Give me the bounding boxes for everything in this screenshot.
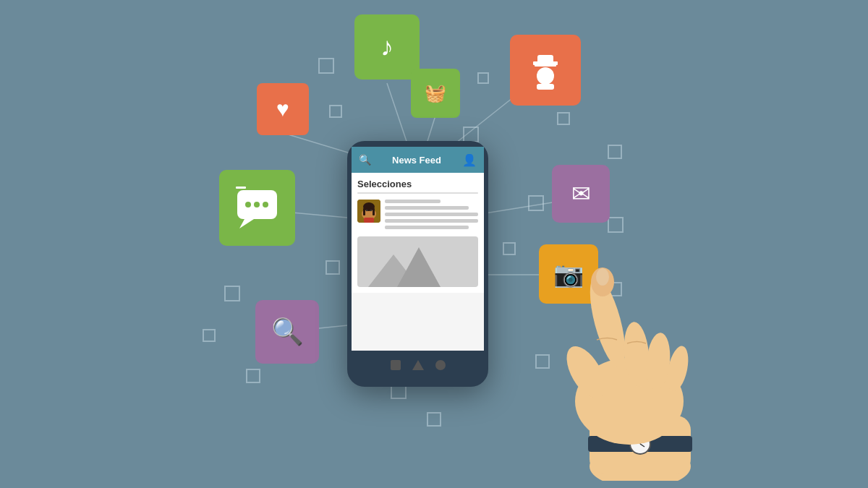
phone-content: Selecciones: [352, 173, 484, 293]
decorative-square: [477, 72, 489, 84]
decorative-square: [203, 329, 216, 342]
post-line: [385, 200, 441, 203]
hand-svg: [495, 228, 727, 481]
decorative-square: [557, 112, 570, 125]
home-btn-circle: [435, 360, 446, 370]
post-line: [385, 206, 469, 210]
spy-profile-icon-tile: [510, 35, 581, 106]
section-divider: [357, 192, 478, 194]
basket-icon-tile: 🧺: [411, 69, 460, 118]
pointing-hand: [495, 228, 727, 481]
decorative-square: [608, 145, 622, 159]
svg-point-42: [596, 268, 609, 286]
mountain-right: [397, 247, 441, 287]
svg-rect-24: [363, 208, 365, 215]
svg-rect-25: [373, 208, 375, 215]
decorative-square: [224, 286, 240, 301]
svg-point-27: [370, 210, 372, 211]
svg-rect-12: [537, 84, 554, 90]
post-text-lines: [385, 200, 478, 232]
svg-marker-14: [239, 219, 254, 228]
decorative-square: [528, 195, 544, 211]
post-line: [385, 219, 478, 223]
svg-rect-28: [364, 218, 374, 223]
post-line: [385, 226, 469, 229]
section-title: Selecciones: [357, 179, 478, 189]
music-icon-tile: ♪: [354, 14, 420, 80]
decorative-square: [463, 127, 479, 142]
home-btn-triangle: [412, 360, 424, 370]
chat-icon-tile: [219, 170, 295, 246]
home-btn-square: [391, 360, 401, 370]
svg-rect-19: [237, 187, 244, 187]
decorative-square: [246, 369, 260, 383]
phone-navbar: 🔍 News Feed 👤: [352, 147, 484, 173]
svg-point-15: [245, 202, 251, 207]
svg-point-17: [263, 202, 268, 207]
decorative-square: [326, 260, 340, 275]
decorative-square: [318, 58, 334, 74]
post-image-placeholder: [357, 236, 478, 287]
user-icon: 👤: [462, 153, 477, 167]
svg-point-11: [537, 67, 554, 85]
decorative-square: [427, 412, 441, 427]
svg-rect-10: [533, 61, 558, 65]
post-line: [385, 213, 478, 216]
post-avatar: [357, 200, 380, 223]
mail-icon-tile: ✉: [552, 165, 610, 223]
heart-icon-tile: ♥: [257, 83, 309, 135]
search-icon: 🔍: [359, 154, 371, 166]
post-row: [357, 200, 478, 232]
phone-screen: 🔍 News Feed 👤 Selecciones: [352, 147, 484, 351]
svg-point-16: [254, 202, 260, 207]
search-icon-tile: 🔍: [255, 300, 319, 364]
svg-point-26: [366, 210, 367, 211]
phone: 🔍 News Feed 👤 Selecciones: [347, 141, 488, 387]
decorative-square: [329, 105, 342, 118]
news-feed-title: News Feed: [392, 155, 441, 166]
phone-home-bar: [347, 351, 488, 380]
